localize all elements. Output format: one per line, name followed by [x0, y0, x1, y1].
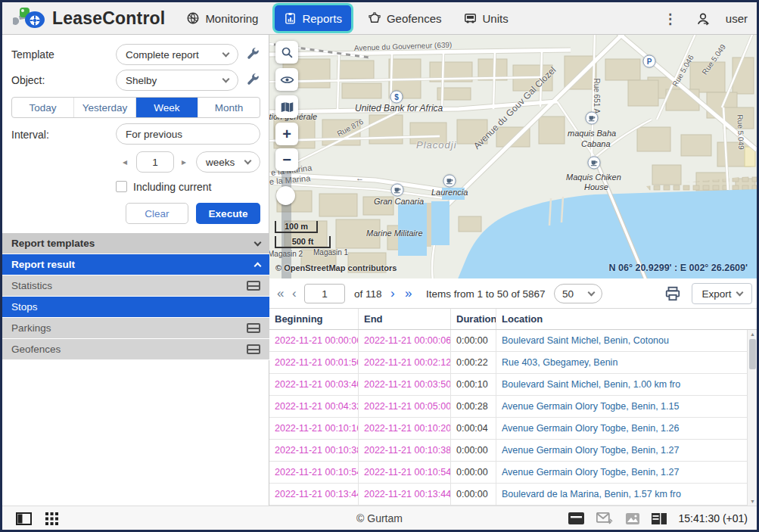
- export-button[interactable]: Export: [692, 283, 752, 304]
- template-wrench-icon[interactable]: [245, 46, 260, 61]
- tab-monitoring[interactable]: Monitoring: [177, 5, 267, 31]
- tab-label: Monitoring: [205, 12, 258, 25]
- section-item-stops[interactable]: Stops: [2, 297, 269, 318]
- template-select[interactable]: Complete report: [116, 44, 238, 65]
- cell-end: 2022-11-21 00:00:06: [359, 330, 451, 351]
- zoom-out-button[interactable]: −: [275, 148, 298, 171]
- interval-unit-value: weeks: [206, 157, 235, 168]
- tab-label: Geofences: [387, 12, 442, 25]
- map[interactable]: Avenue du Gouverneur (639)United Bank fo…: [269, 35, 757, 278]
- map-label: House: [584, 182, 608, 191]
- items-range-label: Items from 1 to 50 of 5867: [426, 278, 546, 309]
- interval-unit-select[interactable]: weeks: [196, 151, 260, 173]
- including-current-checkbox[interactable]: [116, 181, 127, 192]
- range-month-button[interactable]: Month: [198, 98, 260, 117]
- cafe-icon: [391, 184, 404, 197]
- execute-button[interactable]: Execute: [196, 203, 260, 224]
- cell-end: 2022-11-21 00:10:54: [359, 462, 451, 483]
- image-icon[interactable]: [626, 513, 639, 524]
- prev-page-button[interactable]: ‹: [292, 278, 297, 309]
- decrement-icon[interactable]: ◂: [123, 157, 127, 167]
- cell-loc[interactable]: Avenue Germain Olory Togbe, Benin, 1.26: [496, 418, 757, 439]
- map-label: Gran Canaria: [374, 197, 424, 206]
- section-label: Statistics: [11, 280, 52, 291]
- range-week-button[interactable]: Week: [136, 98, 198, 117]
- table-row[interactable]: 2022-11-21 00:04:322022-11-21 00:05:000:…: [269, 396, 757, 418]
- cafe-icon: [586, 112, 599, 125]
- split-view-icon[interactable]: [652, 513, 667, 524]
- next-page-button[interactable]: ›: [390, 278, 395, 309]
- column-beginning[interactable]: Beginning: [269, 309, 359, 329]
- range-yesterday-button[interactable]: Yesterday: [74, 98, 136, 117]
- page-number-input[interactable]: [304, 284, 345, 303]
- map-label: Rue 5.049: [736, 114, 746, 150]
- cell-loc[interactable]: Avenue Germain Olory Togbe, Benin, 1.27: [496, 462, 757, 483]
- apps-grid-icon[interactable]: [45, 512, 58, 525]
- table-scrollbar[interactable]: ▲ ▼: [747, 330, 757, 506]
- section-item-statistics[interactable]: Statistics: [2, 275, 269, 297]
- map-layers-button[interactable]: [275, 95, 298, 118]
- table-row[interactable]: 2022-11-21 00:10:542022-11-21 00:10:540:…: [269, 462, 757, 484]
- layout-panel-icon[interactable]: [16, 512, 32, 525]
- column-location[interactable]: Location: [496, 309, 757, 329]
- report-templates-header[interactable]: Report templates: [2, 233, 269, 254]
- cell-end: 2022-11-21 00:05:00: [359, 396, 451, 417]
- map-visibility-button[interactable]: [275, 68, 298, 91]
- table-row[interactable]: 2022-11-21 00:10:162022-11-21 00:10:200:…: [269, 418, 757, 440]
- section-item-geofences[interactable]: Geofences: [2, 339, 269, 360]
- cell-end: 2022-11-21 00:13:44: [359, 484, 451, 505]
- page-size-select[interactable]: 50: [554, 284, 602, 303]
- globe-icon: [186, 11, 200, 25]
- last-page-button[interactable]: »: [405, 278, 412, 309]
- table-row[interactable]: 2022-11-21 00:00:062022-11-21 00:00:060:…: [269, 330, 757, 352]
- report-result-header[interactable]: Report result: [2, 254, 269, 275]
- print-button[interactable]: [664, 285, 681, 302]
- tab-reports[interactable]: Reports: [275, 5, 351, 31]
- cell-loc[interactable]: Boulevard Saint Michel, Benin, 1.00 km f…: [496, 374, 757, 395]
- notices-icon[interactable]: [568, 512, 584, 524]
- zoom-in-button[interactable]: +: [275, 123, 298, 145]
- object-wrench-icon[interactable]: [245, 72, 260, 87]
- map-zoom-slider-handle[interactable]: [276, 186, 295, 205]
- kebab-menu-icon[interactable]: ⋮: [661, 11, 680, 27]
- map-label: Magasin 1: [313, 248, 348, 257]
- eye-icon: [280, 73, 294, 87]
- cell-dur: 0:00:00: [451, 440, 496, 461]
- table-row[interactable]: 2022-11-21 00:10:382022-11-21 00:10:380:…: [269, 440, 757, 462]
- app-window: LeaseControl Monitoring Repor: [0, 0, 759, 532]
- column-end[interactable]: End: [359, 309, 451, 329]
- mail-export-icon[interactable]: [596, 512, 614, 525]
- cell-end: 2022-11-21 00:10:20: [359, 418, 451, 439]
- range-today-button[interactable]: Today: [12, 98, 74, 117]
- interval-type-select[interactable]: For previous: [116, 123, 260, 145]
- tab-units[interactable]: Units: [454, 5, 518, 31]
- object-select[interactable]: Shelby: [116, 70, 238, 91]
- scroll-up-icon[interactable]: ▲: [748, 331, 757, 337]
- table-row[interactable]: 2022-11-21 00:13:442022-11-21 00:13:440:…: [269, 484, 757, 506]
- first-page-button[interactable]: «: [277, 278, 284, 309]
- section-item-parkings[interactable]: Parkings: [2, 318, 269, 339]
- cell-beg: 2022-11-21 00:03:40: [269, 374, 359, 395]
- map-search-button[interactable]: [275, 41, 298, 64]
- table-row[interactable]: 2022-11-21 00:03:402022-11-21 00:03:500:…: [269, 374, 757, 396]
- tab-geofences[interactable]: Geofences: [359, 5, 451, 31]
- cell-loc[interactable]: Avenue Germain Olory Togbe, Benin, 1.27: [496, 440, 757, 461]
- clear-button[interactable]: Clear: [126, 203, 188, 224]
- scrollbar-thumb[interactable]: [749, 339, 756, 369]
- object-label: Object:: [11, 74, 45, 86]
- cell-loc[interactable]: Boulevard Saint Michel, Benin, Cotonou: [496, 330, 757, 351]
- scroll-down-icon[interactable]: ▼: [748, 499, 757, 504]
- interval-count-input[interactable]: [136, 151, 174, 173]
- table-row[interactable]: 2022-11-21 00:01:502022-11-21 00:02:120:…: [269, 352, 757, 374]
- user-name[interactable]: user: [726, 12, 748, 25]
- section-label: Stops: [11, 301, 38, 313]
- cell-loc[interactable]: Avenue Germain Olory Togbe, Benin, 1.15: [496, 396, 757, 417]
- cell-loc[interactable]: Boulevard de la Marina, Benin, 1.57 km f…: [496, 484, 757, 505]
- main-tabs: Monitoring Reports Ge: [177, 5, 517, 31]
- cell-loc[interactable]: Rue 403, Gbegamey, Benin: [496, 352, 757, 373]
- interval-type-value: For previous: [126, 129, 182, 140]
- user-icon[interactable]: [695, 11, 711, 26]
- column-duration[interactable]: Duration: [451, 309, 496, 329]
- map-attribution: © OpenStreetMap contributors: [275, 263, 397, 272]
- increment-icon[interactable]: ▸: [182, 157, 186, 167]
